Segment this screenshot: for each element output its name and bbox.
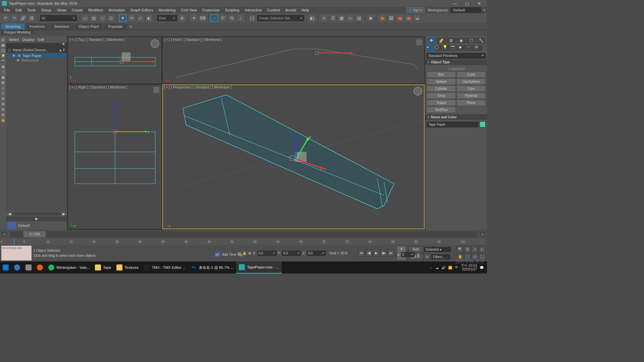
- layer-explorer-button[interactable]: ☰: [329, 14, 336, 22]
- lock-icon[interactable]: 🔒: [1, 118, 5, 123]
- tab-freeform[interactable]: Freeform: [26, 23, 49, 29]
- spotify-task[interactable]: Wintergatan - Vale...: [46, 261, 92, 274]
- menu-rendering[interactable]: Rendering: [156, 7, 178, 13]
- unity-task[interactable]: TMX - TMX Editor ...: [141, 261, 188, 274]
- display-geom-icon[interactable]: ▣: [1, 43, 5, 48]
- display-space-icon[interactable]: 〰: [1, 70, 5, 74]
- ime-icon[interactable]: 中: [455, 265, 458, 270]
- motion-tab[interactable]: ◉: [457, 38, 466, 44]
- polygon-modeling-panel[interactable]: Polygon Modeling: [1, 30, 34, 35]
- signin-button[interactable]: 👤 Sign In: [406, 6, 426, 14]
- scene-item-tapepaper[interactable]: 👁 Tape Paper: [7, 53, 66, 58]
- angle-snap-button[interactable]: 3°: [219, 14, 227, 22]
- spinner-snap-button[interactable]: ↕: [237, 14, 244, 22]
- display-shapes-icon[interactable]: ◯: [1, 48, 5, 53]
- mirror-button[interactable]: ▮▯: [309, 14, 316, 22]
- display-groups-icon[interactable]: ▦: [1, 75, 5, 80]
- undo-button[interactable]: ↶: [2, 14, 9, 22]
- maximize-button[interactable]: ◻: [461, 1, 473, 6]
- 3dsmax-task[interactable]: TapePaper.max - ...: [236, 261, 281, 274]
- viewport-top[interactable]: [ + ][ Top ][ Standard ][ Wireframe ] x …: [68, 37, 162, 84]
- redo-button[interactable]: ↷: [11, 14, 18, 22]
- select-move-button[interactable]: ✥: [119, 14, 126, 22]
- display-hidden-icon[interactable]: 👁: [1, 102, 5, 107]
- tab-selection[interactable]: Selection: [50, 23, 73, 29]
- prim-box[interactable]: Box: [427, 71, 456, 78]
- keyfilters-button[interactable]: Filters...: [431, 254, 450, 259]
- scene-menu-display[interactable]: Display: [22, 38, 35, 42]
- spacewarps-icon[interactable]: 〰: [467, 45, 474, 51]
- nav-zoomall-icon[interactable]: ⊡: [464, 246, 471, 253]
- keymode-icon[interactable]: ⎄: [424, 253, 431, 260]
- lights-icon[interactable]: 💡: [443, 45, 450, 51]
- menu-views[interactable]: Views: [54, 7, 69, 13]
- create-tab[interactable]: ✚: [427, 38, 436, 44]
- menu-tools[interactable]: Tools: [24, 7, 39, 13]
- firefox-button[interactable]: [34, 261, 46, 274]
- viewport-perspective[interactable]: [ + ][ Perspective ][ Standard ][ Wirefr…: [162, 84, 425, 229]
- taskview-button[interactable]: [23, 261, 34, 274]
- menu-civilview[interactable]: Civil View: [178, 7, 199, 13]
- percent-snap-button[interactable]: %: [228, 14, 235, 22]
- prim-sphere[interactable]: Sphere: [427, 78, 456, 85]
- active-layer[interactable]: Default: [18, 224, 30, 228]
- filter-icon[interactable]: ▼: [1, 107, 5, 112]
- align-button[interactable]: ≡: [320, 14, 328, 22]
- folder-tape-task[interactable]: Tape: [92, 261, 114, 274]
- minimize-button[interactable]: —: [449, 1, 461, 6]
- selection-filter[interactable]: All▼: [40, 15, 77, 21]
- tab-modeling[interactable]: Modeling: [1, 23, 24, 29]
- photoshop-task[interactable]: Ps未命名-1 @ 66.7% ...: [188, 261, 236, 274]
- keyfilter-dropdown[interactable]: Selected ▾: [424, 247, 451, 252]
- onedrive-icon[interactable]: ☁: [435, 266, 439, 269]
- scene-menu-select[interactable]: Select: [9, 38, 19, 42]
- search-icon[interactable]: 🔍: [62, 43, 66, 48]
- workspace-dropdown[interactable]: Default: [451, 7, 481, 13]
- prim-cylinder[interactable]: Cylinder: [427, 85, 456, 92]
- render-online-button[interactable]: ☁: [414, 14, 421, 22]
- display-all-icon[interactable]: ◎: [1, 38, 5, 42]
- scene-item-reference[interactable]: Reference: [7, 58, 66, 63]
- select-rotate-button[interactable]: ⟲: [128, 14, 135, 22]
- wifi-icon[interactable]: 📶: [448, 266, 452, 269]
- window-crossing-button[interactable]: ⊡: [107, 14, 115, 22]
- prim-pyramid[interactable]: Pyramid: [457, 93, 486, 99]
- prim-tube[interactable]: Tube: [457, 85, 486, 92]
- menu-file[interactable]: File: [1, 7, 13, 13]
- time-slider[interactable]: 0 / 100: [10, 231, 477, 237]
- current-frame-input[interactable]: 0▴▾: [401, 252, 415, 257]
- nav-fov-icon[interactable]: ▷: [479, 246, 486, 253]
- rect-region-button[interactable]: □: [99, 14, 106, 22]
- prim-textplus[interactable]: TextPlus: [427, 107, 456, 113]
- menu-edit[interactable]: Edit: [13, 7, 24, 13]
- layer-swatch[interactable]: [7, 222, 16, 229]
- edit-selection-set-button[interactable]: { }: [249, 14, 256, 22]
- prim-torus[interactable]: Torus: [427, 93, 456, 99]
- material-editor-button[interactable]: ◉: [367, 14, 374, 22]
- maxscript-listener[interactable]: MAXScript Min: [1, 246, 32, 260]
- time-prev-button[interactable]: <: [2, 232, 7, 236]
- select-place-button[interactable]: ◐: [145, 14, 153, 22]
- prim-geosphere[interactable]: GeoSphere: [457, 78, 486, 85]
- menu-scripting[interactable]: Scripting: [222, 7, 242, 13]
- menu-group[interactable]: Group: [38, 7, 54, 13]
- notifications-icon[interactable]: 💬: [480, 266, 484, 269]
- scroll-right-icon[interactable]: ▶: [60, 212, 67, 216]
- volume-icon[interactable]: 🔊: [441, 266, 445, 269]
- schematic-view-button[interactable]: ▤: [355, 14, 363, 22]
- refcoord-dropdown[interactable]: View▼: [157, 15, 177, 21]
- shapes-icon[interactable]: ◯: [435, 45, 442, 51]
- select-name-button[interactable]: ▤: [90, 14, 97, 22]
- menu-arnold[interactable]: Arnold: [283, 7, 299, 13]
- menu-customize[interactable]: Customize: [200, 7, 222, 13]
- viewport-right[interactable]: [ + ][ Right ][ Standard ][ Wireframe ] …: [68, 84, 162, 229]
- autogrid-check[interactable]: ☐ AutoGrid: [427, 66, 486, 71]
- pivot-button[interactable]: ⊕: [178, 14, 186, 22]
- add-time-tag[interactable]: Add Time Tag: [222, 253, 243, 256]
- menu-animation[interactable]: Animation: [106, 7, 128, 13]
- sync-icon[interactable]: ⇅: [1, 113, 5, 117]
- curve-editor-button[interactable]: ∿: [346, 14, 354, 22]
- menu-grapheditors[interactable]: Graph Editors: [128, 7, 156, 13]
- toggle-ribbon-button[interactable]: ▦: [338, 14, 345, 22]
- nav-zoom-icon[interactable]: 🔍: [457, 246, 464, 253]
